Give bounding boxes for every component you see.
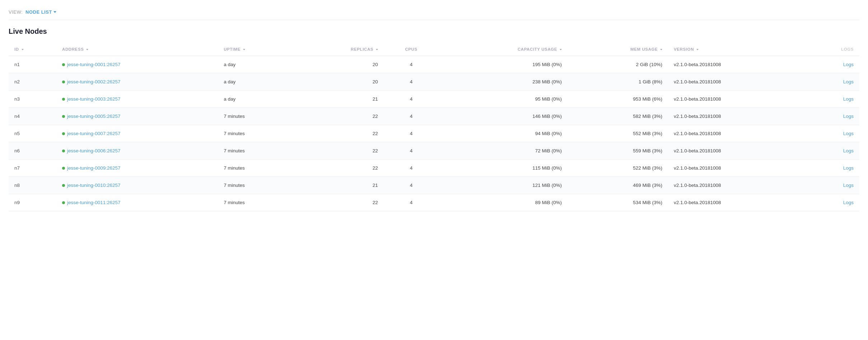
cell-cpus: 4 bbox=[384, 177, 439, 194]
logs-link[interactable]: Logs bbox=[843, 183, 854, 188]
cell-logs: Logs bbox=[804, 142, 859, 160]
cell-cpus: 4 bbox=[384, 108, 439, 125]
cell-cpus: 4 bbox=[384, 125, 439, 142]
col-label-id: ID bbox=[14, 47, 19, 51]
cell-id: n9 bbox=[9, 194, 56, 211]
col-header-cpus: CPUS bbox=[384, 43, 439, 56]
cell-mem-usage: 953 MiB (6%) bbox=[568, 91, 668, 108]
cell-logs: Logs bbox=[804, 194, 859, 211]
status-dot bbox=[62, 184, 65, 187]
cell-logs: Logs bbox=[804, 125, 859, 142]
address-link[interactable]: jesse-tuning-0003:26257 bbox=[67, 96, 121, 102]
address-link[interactable]: jesse-tuning-0007:26257 bbox=[67, 131, 121, 136]
col-label-address: ADDRESS bbox=[62, 47, 84, 51]
cell-capacity-usage: 121 MiB (0%) bbox=[439, 177, 568, 194]
page-container: VIEW: NODE LIST Live Nodes ID ADDRESS bbox=[0, 0, 868, 217]
logs-link[interactable]: Logs bbox=[843, 165, 854, 171]
col-label-cpus: CPUS bbox=[405, 47, 417, 51]
col-header-replicas[interactable]: REPLICAS bbox=[294, 43, 384, 56]
logs-link[interactable]: Logs bbox=[843, 131, 854, 136]
logs-link[interactable]: Logs bbox=[843, 79, 854, 84]
cell-uptime: a day bbox=[218, 73, 294, 91]
col-header-address[interactable]: ADDRESS bbox=[56, 43, 218, 56]
cell-cpus: 4 bbox=[384, 142, 439, 160]
status-dot bbox=[62, 150, 65, 152]
cell-version: v2.1.0-beta.20181008 bbox=[668, 125, 804, 142]
address-link[interactable]: jesse-tuning-0001:26257 bbox=[67, 62, 121, 67]
col-header-id[interactable]: ID bbox=[9, 43, 56, 56]
cell-version: v2.1.0-beta.20181008 bbox=[668, 177, 804, 194]
col-label-replicas: REPLICAS bbox=[351, 47, 373, 51]
status-dot bbox=[62, 167, 65, 170]
logs-link[interactable]: Logs bbox=[843, 62, 854, 67]
cell-capacity-usage: 238 MiB (0%) bbox=[439, 73, 568, 91]
logs-link[interactable]: Logs bbox=[843, 114, 854, 119]
cell-replicas: 22 bbox=[294, 142, 384, 160]
cell-cpus: 4 bbox=[384, 194, 439, 211]
cell-uptime: a day bbox=[218, 56, 294, 73]
cell-replicas: 20 bbox=[294, 56, 384, 73]
cell-version: v2.1.0-beta.20181008 bbox=[668, 73, 804, 91]
address-link[interactable]: jesse-tuning-0005:26257 bbox=[67, 114, 121, 119]
status-dot bbox=[62, 81, 65, 83]
cell-capacity-usage: 146 MiB (0%) bbox=[439, 108, 568, 125]
cell-replicas: 21 bbox=[294, 177, 384, 194]
nodes-table: ID ADDRESS UPTIME REPLICAS bbox=[9, 43, 859, 211]
address-link[interactable]: jesse-tuning-0002:26257 bbox=[67, 79, 121, 84]
cell-version: v2.1.0-beta.20181008 bbox=[668, 108, 804, 125]
cell-capacity-usage: 89 MiB (0%) bbox=[439, 194, 568, 211]
address-link[interactable]: jesse-tuning-0009:26257 bbox=[67, 165, 121, 171]
cell-uptime: a day bbox=[218, 91, 294, 108]
cell-mem-usage: 469 MiB (3%) bbox=[568, 177, 668, 194]
cell-address: jesse-tuning-0007:26257 bbox=[56, 125, 218, 142]
cell-replicas: 22 bbox=[294, 160, 384, 177]
cell-mem-usage: 522 MiB (3%) bbox=[568, 160, 668, 177]
col-label-version: VERSION bbox=[674, 47, 694, 51]
col-header-mem-usage[interactable]: MEM USAGE bbox=[568, 43, 668, 56]
col-header-capacity-usage[interactable]: CAPACITY USAGE bbox=[439, 43, 568, 56]
cell-version: v2.1.0-beta.20181008 bbox=[668, 194, 804, 211]
table-header-row: ID ADDRESS UPTIME REPLICAS bbox=[9, 43, 859, 56]
chevron-down-icon bbox=[53, 11, 56, 13]
col-header-logs: LOGS bbox=[804, 43, 859, 56]
cell-address: jesse-tuning-0011:26257 bbox=[56, 194, 218, 211]
cell-address: jesse-tuning-0002:26257 bbox=[56, 73, 218, 91]
logs-link[interactable]: Logs bbox=[843, 148, 854, 153]
sort-arrow-version bbox=[696, 49, 699, 50]
table-container: ID ADDRESS UPTIME REPLICAS bbox=[9, 43, 859, 211]
view-name: NODE LIST bbox=[25, 9, 52, 15]
cell-logs: Logs bbox=[804, 91, 859, 108]
address-link[interactable]: jesse-tuning-0011:26257 bbox=[67, 200, 121, 205]
table-row: n3 jesse-tuning-0003:26257 a day 21 4 95… bbox=[9, 91, 859, 108]
sort-arrow-address bbox=[86, 49, 88, 50]
address-link[interactable]: jesse-tuning-0006:26257 bbox=[67, 148, 121, 153]
view-header: VIEW: NODE LIST bbox=[9, 6, 859, 20]
cell-address: jesse-tuning-0006:26257 bbox=[56, 142, 218, 160]
cell-id: n3 bbox=[9, 91, 56, 108]
cell-replicas: 20 bbox=[294, 73, 384, 91]
col-header-uptime[interactable]: UPTIME bbox=[218, 43, 294, 56]
page-title: Live Nodes bbox=[9, 27, 859, 36]
cell-version: v2.1.0-beta.20181008 bbox=[668, 91, 804, 108]
cell-cpus: 4 bbox=[384, 160, 439, 177]
cell-cpus: 4 bbox=[384, 73, 439, 91]
col-label-mem-usage: MEM USAGE bbox=[630, 47, 658, 51]
table-row: n7 jesse-tuning-0009:26257 7 minutes 22 … bbox=[9, 160, 859, 177]
table-row: n4 jesse-tuning-0005:26257 7 minutes 22 … bbox=[9, 108, 859, 125]
cell-replicas: 22 bbox=[294, 194, 384, 211]
sort-arrow-replicas bbox=[376, 49, 378, 50]
status-dot bbox=[62, 132, 65, 135]
cell-mem-usage: 559 MiB (3%) bbox=[568, 142, 668, 160]
logs-link[interactable]: Logs bbox=[843, 200, 854, 205]
col-header-version[interactable]: VERSION bbox=[668, 43, 804, 56]
logs-link[interactable]: Logs bbox=[843, 96, 854, 102]
cell-uptime: 7 minutes bbox=[218, 160, 294, 177]
address-link[interactable]: jesse-tuning-0010:26257 bbox=[67, 183, 121, 188]
cell-capacity-usage: 94 MiB (0%) bbox=[439, 125, 568, 142]
view-selector[interactable]: NODE LIST bbox=[25, 9, 56, 15]
cell-address: jesse-tuning-0005:26257 bbox=[56, 108, 218, 125]
table-row: n2 jesse-tuning-0002:26257 a day 20 4 23… bbox=[9, 73, 859, 91]
status-dot bbox=[62, 63, 65, 66]
cell-replicas: 21 bbox=[294, 91, 384, 108]
cell-version: v2.1.0-beta.20181008 bbox=[668, 56, 804, 73]
